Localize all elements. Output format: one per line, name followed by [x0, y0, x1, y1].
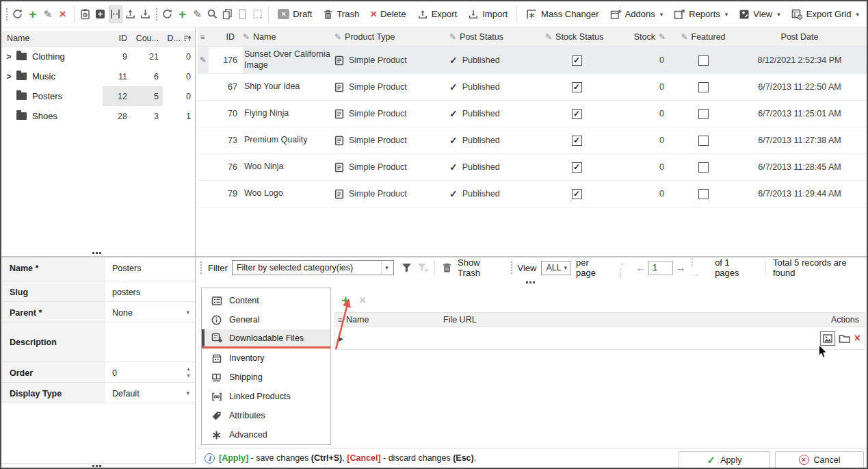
tree-row-clothing[interactable]: > Clothing 9 21 0	[1, 47, 195, 66]
cell-product-type[interactable]: Simple Product	[334, 127, 449, 153]
featured-checkbox[interactable]: ✓	[698, 55, 709, 66]
add-file-icon[interactable]: +	[341, 293, 350, 307]
column-header-count[interactable]: Cou...	[131, 34, 163, 43]
tab-advanced[interactable]: Advanced	[202, 425, 330, 444]
page-number-input[interactable]	[648, 261, 673, 275]
tree-row-music[interactable]: > Music 11 6 0	[1, 66, 195, 86]
cell-stock[interactable]: 0	[608, 101, 674, 127]
tab-attributes[interactable]: Attributes	[202, 406, 330, 425]
description-field[interactable]	[105, 322, 195, 362]
product-row[interactable]: ✎ 176 Sunset Over California Image Simpl…	[198, 47, 867, 74]
cell-post-date[interactable]: 6/7/2013 11:25:01 AM	[733, 101, 867, 127]
cell-name[interactable]: Ship Your Idea	[243, 74, 334, 100]
image-edit-icon[interactable]	[94, 5, 107, 23]
tab-content[interactable]: Content	[202, 291, 330, 310]
remove-file-icon[interactable]: ×	[359, 294, 366, 306]
view-button[interactable]: View ▾	[734, 5, 785, 23]
column-header-stock[interactable]: Stock✎	[608, 32, 674, 42]
cell-post-date[interactable]: 6/7/2013 11:29:44 AM	[733, 181, 867, 207]
cell-featured[interactable]: ✓	[674, 74, 733, 100]
spinner-stepper[interactable]: ▲▼	[186, 366, 191, 378]
last-page-icon[interactable]: →	[688, 257, 705, 279]
paste-icon[interactable]	[235, 5, 249, 23]
cancel-button[interactable]: × Cancel	[775, 451, 864, 468]
product-row[interactable]: 79 Woo Logo Simple Product ✓Published ✓ …	[198, 181, 867, 207]
featured-checkbox[interactable]: ✓	[698, 136, 709, 146]
featured-checkbox[interactable]: ✓	[698, 109, 709, 119]
cell-stock[interactable]: 0	[608, 74, 674, 100]
cell-featured[interactable]: ✓	[674, 127, 733, 153]
cell-stock[interactable]: 0	[608, 47, 674, 73]
cell-id[interactable]: 79	[209, 181, 243, 207]
cell-post-status[interactable]: ✓Published	[449, 74, 545, 100]
name-field[interactable]: Posters	[105, 257, 195, 281]
next-page-icon[interactable]: →	[673, 262, 688, 273]
column-header-product-type[interactable]: ✎Product Type	[334, 32, 449, 42]
cell-name[interactable]: Woo Ninja	[243, 154, 334, 180]
column-header-stock-status[interactable]: ✎Stock Status	[545, 32, 608, 42]
stock-status-checkbox[interactable]: ✓	[572, 82, 582, 92]
apply-filter-icon[interactable]	[399, 259, 415, 276]
toolbar-grip[interactable]	[511, 262, 512, 274]
cell-product-type[interactable]: Simple Product	[334, 101, 449, 127]
cell-post-status[interactable]: ✓Published	[449, 47, 545, 73]
select-special-icon[interactable]	[250, 5, 264, 23]
export-button[interactable]: Export	[412, 5, 462, 23]
column-header-name[interactable]: Name	[1, 34, 103, 43]
slug-field[interactable]: posters	[105, 281, 195, 301]
featured-checkbox[interactable]: ✓	[698, 82, 709, 92]
delete-file-icon[interactable]: ×	[854, 333, 860, 344]
expand-icon[interactable]: >	[1, 72, 16, 81]
trash-button[interactable]: Trash	[318, 5, 364, 23]
per-page-select[interactable]: ALL ▾	[541, 261, 570, 275]
cell-name[interactable]: Premium Quality	[243, 127, 334, 153]
cell-product-type[interactable]: Simple Product	[334, 154, 449, 180]
display-type-field[interactable]: Default▾	[105, 383, 195, 403]
stock-status-checkbox[interactable]: ✓	[572, 109, 582, 119]
cell-id[interactable]: 70	[209, 101, 243, 127]
export-grid-button[interactable]: Export Grid ▾	[787, 5, 864, 23]
cell-id[interactable]: 73	[209, 127, 243, 153]
grid-menu-icon[interactable]: ≡	[200, 33, 205, 41]
toolbar-grip[interactable]	[6, 8, 8, 21]
cell-id[interactable]: 67	[209, 74, 243, 100]
column-header-post-date[interactable]: Post Date	[733, 32, 867, 42]
search-icon[interactable]	[206, 5, 220, 23]
featured-checkbox[interactable]: ✓	[698, 162, 709, 173]
choose-media-button[interactable]	[820, 331, 835, 346]
import-button[interactable]: Import	[463, 5, 512, 23]
tab-downloadable-files[interactable]: Downloadable Files	[202, 329, 330, 348]
cell-post-date[interactable]: 8/12/2021 2:52:34 PM	[733, 47, 867, 73]
stock-status-checkbox[interactable]: ✓	[572, 136, 582, 146]
product-row[interactable]: 70 Flying Ninja Simple Product ✓Publishe…	[198, 101, 867, 127]
column-header-file-name[interactable]: Name	[346, 315, 443, 325]
clear-filter-icon[interactable]	[415, 259, 430, 276]
download-icon[interactable]	[139, 5, 153, 23]
cell-product-type[interactable]: Simple Product	[334, 74, 449, 100]
product-refresh-icon[interactable]	[161, 5, 174, 23]
cell-featured[interactable]: ✓	[674, 181, 733, 207]
column-header-d[interactable]: D...	[163, 34, 195, 43]
file-row[interactable]: ▶ ×	[334, 327, 865, 350]
tab-general[interactable]: General	[202, 310, 330, 329]
column-header-id[interactable]: ID	[209, 32, 243, 42]
cell-post-date[interactable]: 6/7/2013 11:22:50 AM	[733, 74, 867, 100]
cell-stock[interactable]: 0	[608, 154, 674, 180]
cell-post-status[interactable]: ✓Published	[449, 181, 545, 207]
tree-row-shoes[interactable]: > Shoes 28 3 1	[1, 106, 195, 126]
column-header-file-url[interactable]: File URL	[443, 315, 817, 325]
cell-post-date[interactable]: 6/7/2013 11:28:45 AM	[733, 154, 867, 180]
copy-icon[interactable]	[220, 5, 234, 23]
product-row[interactable]: 76 Woo Ninja Simple Product ✓Published ✓…	[198, 154, 867, 181]
stock-status-checkbox[interactable]: ✓	[572, 55, 582, 66]
prev-page-icon[interactable]: ←	[633, 262, 648, 273]
cell-post-status[interactable]: ✓Published	[449, 101, 545, 127]
cell-featured[interactable]: ✓	[674, 101, 733, 127]
chevron-down-icon[interactable]: ▾	[186, 309, 189, 316]
product-row[interactable]: 67 Ship Your Idea Simple Product ✓Publis…	[198, 74, 867, 101]
cell-stock-status[interactable]: ✓	[545, 154, 608, 180]
show-trash-label[interactable]: Show Trash	[458, 257, 502, 278]
parent-field[interactable]: None▾	[105, 302, 195, 322]
category-delete-icon[interactable]: ×	[56, 5, 70, 23]
category-edit-icon[interactable]: ✎	[41, 5, 55, 23]
